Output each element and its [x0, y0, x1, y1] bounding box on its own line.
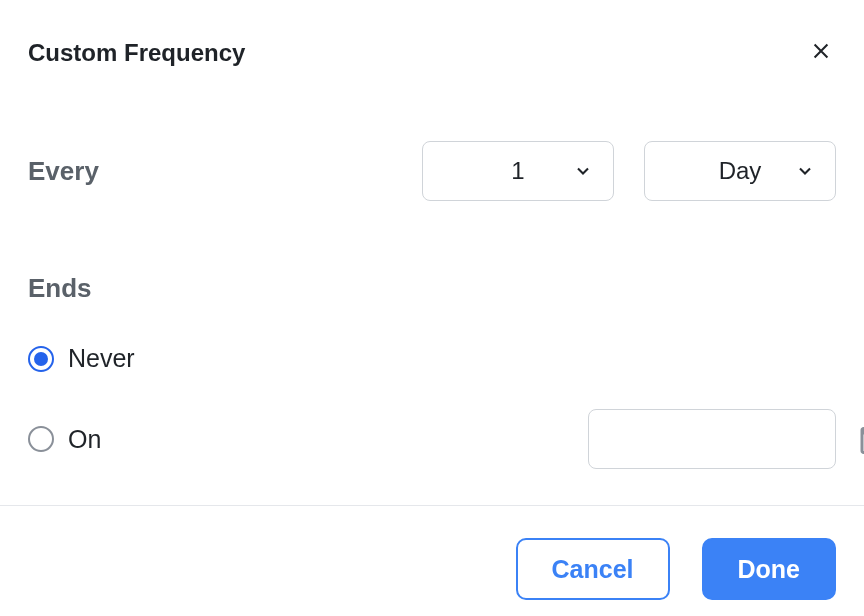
every-row: Every 1 Day — [28, 141, 836, 201]
radio-icon — [28, 426, 54, 452]
every-selects: 1 Day — [422, 141, 836, 201]
dialog-title: Custom Frequency — [28, 39, 245, 67]
end-date-input[interactable] — [603, 428, 856, 451]
done-button[interactable]: Done — [702, 538, 837, 600]
interval-select[interactable]: 1 — [422, 141, 614, 201]
end-date-input-wrap[interactable] — [588, 409, 836, 469]
ends-never-radio[interactable]: Never — [28, 344, 135, 373]
ends-on-radio[interactable]: On — [28, 425, 101, 454]
close-button[interactable] — [806, 36, 836, 69]
chevron-down-icon — [573, 161, 593, 181]
ends-never-row: Never — [28, 344, 836, 373]
cancel-button[interactable]: Cancel — [516, 538, 670, 600]
dialog-footer: Cancel Done — [0, 505, 864, 616]
radio-dot-icon — [34, 352, 48, 366]
dialog-header: Custom Frequency — [0, 0, 864, 69]
ends-radio-group: Never On — [28, 344, 836, 469]
ends-label: Ends — [28, 273, 836, 304]
chevron-down-icon — [795, 161, 815, 181]
dialog-content: Every 1 Day Ends — [0, 69, 864, 505]
unit-select[interactable]: Day — [644, 141, 836, 201]
calendar-icon — [856, 421, 864, 457]
ends-on-label: On — [68, 425, 101, 454]
ends-on-row: On — [28, 409, 836, 469]
unit-value: Day — [719, 157, 762, 185]
ends-section: Ends Never On — [28, 273, 836, 469]
ends-never-label: Never — [68, 344, 135, 373]
close-icon — [810, 40, 832, 65]
radio-icon — [28, 346, 54, 372]
every-label: Every — [28, 156, 99, 187]
custom-frequency-dialog: Custom Frequency Every 1 Day — [0, 0, 864, 616]
interval-value: 1 — [511, 157, 524, 185]
